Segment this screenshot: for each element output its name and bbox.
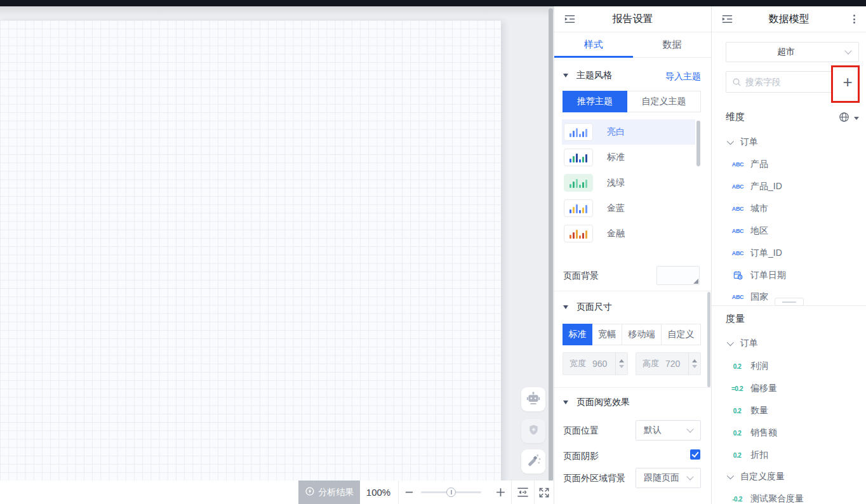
section-divider bbox=[554, 291, 711, 291]
protect-button[interactable] bbox=[521, 419, 545, 443]
dimension-locale-control[interactable] bbox=[839, 112, 859, 124]
analysis-button-label: 分析结果 bbox=[319, 487, 354, 498]
canvas-vertical-scrollbar[interactable] bbox=[549, 8, 553, 482]
width-label: 宽度 bbox=[570, 358, 586, 369]
size-standard-button[interactable]: 标准 bbox=[563, 324, 592, 345]
settings-tabs: 样式 数据 bbox=[554, 32, 711, 58]
number-field-icon: 0.2 bbox=[726, 408, 749, 414]
triangle-down-icon bbox=[563, 305, 568, 309]
zoom-in-button[interactable] bbox=[493, 481, 507, 504]
width-input[interactable]: 宽度 960 bbox=[563, 352, 628, 375]
robot-icon bbox=[525, 390, 542, 409]
settings-panel-scrollbar[interactable] bbox=[707, 292, 710, 387]
smart-beautify-button[interactable] bbox=[521, 449, 545, 474]
field-label: 销售额 bbox=[750, 427, 777, 439]
search-icon bbox=[732, 77, 742, 87]
caret-down-icon bbox=[854, 117, 859, 120]
dimension-group-order[interactable]: 订单 bbox=[712, 135, 866, 149]
measure-field[interactable]: -0.2 测试聚合度量 bbox=[712, 492, 866, 504]
text-field-icon: ABC bbox=[728, 183, 747, 190]
custom-themes-button[interactable]: 自定义主题 bbox=[627, 91, 701, 112]
page-position-select[interactable]: 默认 bbox=[636, 420, 701, 441]
measure-group-order[interactable]: 订单 bbox=[712, 336, 866, 350]
page-background-color-swatch[interactable] bbox=[656, 266, 700, 285]
analysis-result-button[interactable]: 分析结果 bbox=[298, 481, 360, 504]
outer-bg-label: 页面外区域背景 bbox=[563, 473, 625, 484]
field-search-box bbox=[726, 71, 832, 93]
measure-field[interactable]: 0.2 数量 bbox=[712, 404, 866, 418]
text-field-icon: ABC bbox=[728, 294, 747, 300]
tab-data[interactable]: 数据 bbox=[633, 32, 712, 57]
globe-icon bbox=[839, 112, 849, 124]
app-window: 分析结果 100% bbox=[0, 0, 866, 504]
size-custom-button[interactable]: 自定义 bbox=[662, 324, 701, 345]
theme-item-qianlv[interactable]: 浅绿 bbox=[562, 170, 695, 196]
theme-label: 金融 bbox=[607, 228, 625, 239]
page-shadow-label: 页面阴影 bbox=[563, 451, 599, 462]
measure-field[interactable]: 0.2 利润 bbox=[712, 359, 866, 373]
recommended-themes-button[interactable]: 推荐主题 bbox=[563, 91, 627, 112]
dimension-field[interactable]: ABC 城市 bbox=[712, 202, 866, 216]
canvas-area[interactable]: 分析结果 100% bbox=[0, 6, 554, 504]
theme-preview-icon bbox=[564, 199, 593, 217]
dimension-field-date[interactable]: 订单日期 bbox=[712, 269, 866, 282]
zoom-slider-handle[interactable] bbox=[446, 487, 456, 497]
kebab-menu-icon[interactable] bbox=[849, 15, 858, 25]
measure-group-custom[interactable]: 自定义度量 bbox=[712, 470, 866, 484]
height-label: 高度 bbox=[643, 358, 659, 369]
dimension-field[interactable]: ABC 订单_ID bbox=[712, 246, 866, 260]
measure-field[interactable]: 0.2 销售额 bbox=[712, 426, 866, 440]
measure-field[interactable]: =0.2 偏移量 bbox=[712, 381, 866, 395]
fit-width-button[interactable] bbox=[514, 481, 531, 504]
page-size-section-header[interactable]: 页面尺寸 bbox=[563, 302, 612, 313]
chevron-down-icon bbox=[686, 473, 693, 480]
page-size-switch: 标准 宽幅 移动端 自定义 bbox=[563, 324, 701, 345]
field-label: 折扣 bbox=[750, 449, 768, 461]
tab-style[interactable]: 样式 bbox=[554, 32, 633, 57]
magic-wand-icon bbox=[526, 453, 542, 470]
theme-list-scrollbar[interactable] bbox=[696, 121, 700, 166]
width-value: 960 bbox=[592, 359, 615, 369]
canvas-bottom-toolbar: 分析结果 100% bbox=[0, 481, 554, 504]
section-resize-handle[interactable] bbox=[775, 298, 804, 306]
outer-bg-select[interactable]: 跟随页面 bbox=[636, 468, 701, 488]
size-wide-button[interactable]: 宽幅 bbox=[592, 324, 622, 345]
add-field-button[interactable]: + bbox=[836, 71, 859, 93]
page-view-section-header[interactable]: 页面阅览效果 bbox=[563, 397, 630, 408]
active-tab-indicator bbox=[554, 56, 633, 58]
height-stepper[interactable] bbox=[688, 353, 700, 375]
section-divider bbox=[554, 387, 711, 388]
height-input[interactable]: 高度 720 bbox=[636, 352, 701, 375]
outer-bg-value: 跟随页面 bbox=[644, 472, 688, 484]
number-field-icon: =0.2 bbox=[726, 385, 749, 392]
zoom-level-value: 100% bbox=[363, 481, 394, 504]
dimension-field[interactable]: ABC 产品 bbox=[712, 157, 866, 171]
size-mobile-button[interactable]: 移动端 bbox=[622, 324, 662, 345]
zoom-out-button[interactable] bbox=[402, 481, 416, 504]
measure-field[interactable]: 0.2 折扣 bbox=[712, 448, 866, 462]
ai-assistant-button[interactable] bbox=[521, 387, 545, 411]
theme-section-header[interactable]: 主题风格 bbox=[563, 70, 612, 81]
theme-item-biaozhun[interactable]: 标准 bbox=[562, 145, 695, 170]
dataset-select[interactable]: 超市 bbox=[726, 42, 859, 62]
field-label: 国家 bbox=[750, 291, 768, 302]
page-shadow-checkbox[interactable] bbox=[690, 449, 700, 460]
field-label: 地区 bbox=[750, 225, 768, 237]
dimension-field[interactable]: ABC 地区 bbox=[712, 224, 866, 238]
theme-item-liangbai[interactable]: 亮白 bbox=[562, 119, 695, 145]
theme-label: 标准 bbox=[607, 152, 625, 163]
width-stepper[interactable] bbox=[615, 353, 627, 375]
field-search-input[interactable] bbox=[745, 77, 822, 87]
data-model-header: 数据模型 bbox=[712, 6, 866, 32]
import-theme-link[interactable]: 导入主题 bbox=[665, 71, 701, 83]
report-page-grid[interactable] bbox=[0, 20, 501, 487]
dataset-select-value: 超市 bbox=[726, 46, 846, 58]
field-label: 订单_ID bbox=[750, 248, 782, 259]
fullscreen-button[interactable] bbox=[536, 481, 552, 504]
dimensions-tree: 订单 ABC 产品 ABC 产品_ID ABC 城市 ABC 地区 ABC 订单… bbox=[712, 130, 866, 302]
dimension-field[interactable]: ABC 产品_ID bbox=[712, 180, 866, 194]
theme-item-jinrong[interactable]: 金融 bbox=[562, 221, 695, 246]
number-field-icon: 0.2 bbox=[726, 363, 749, 370]
dimensions-title: 维度 bbox=[726, 111, 745, 123]
theme-item-jinlan[interactable]: 金蓝 bbox=[562, 196, 695, 221]
